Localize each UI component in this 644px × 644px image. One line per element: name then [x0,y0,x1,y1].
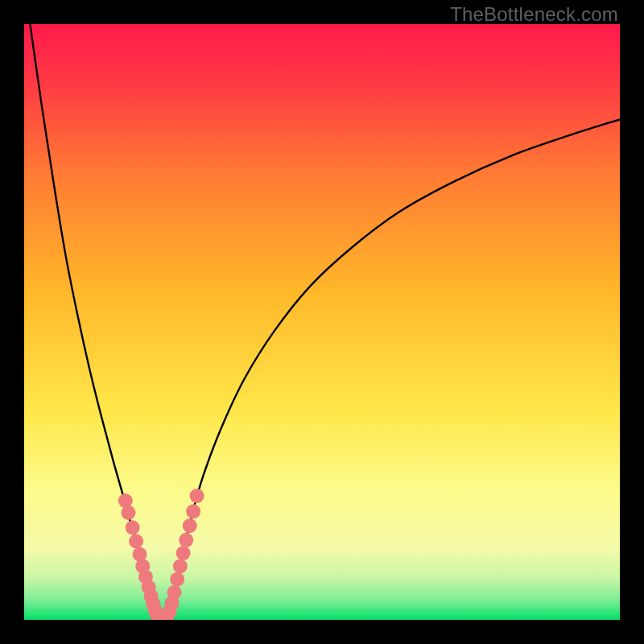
watermark-text: TheBottleneck.com [450,3,618,26]
marker-dot [176,546,191,560]
gradient-background [24,24,620,620]
marker-dot [167,585,181,600]
marker-dot [183,518,197,533]
marker-dot [122,506,136,520]
plot-area [24,24,620,620]
marker-dot [179,533,193,547]
marker-dot [129,534,143,548]
marker-dot [173,559,188,573]
marker-dot [190,489,204,503]
chart-frame: TheBottleneck.com [0,0,644,644]
marker-dot [126,520,140,535]
marker-dot [186,504,200,518]
marker-dot [170,572,184,587]
chart-svg [24,24,620,620]
